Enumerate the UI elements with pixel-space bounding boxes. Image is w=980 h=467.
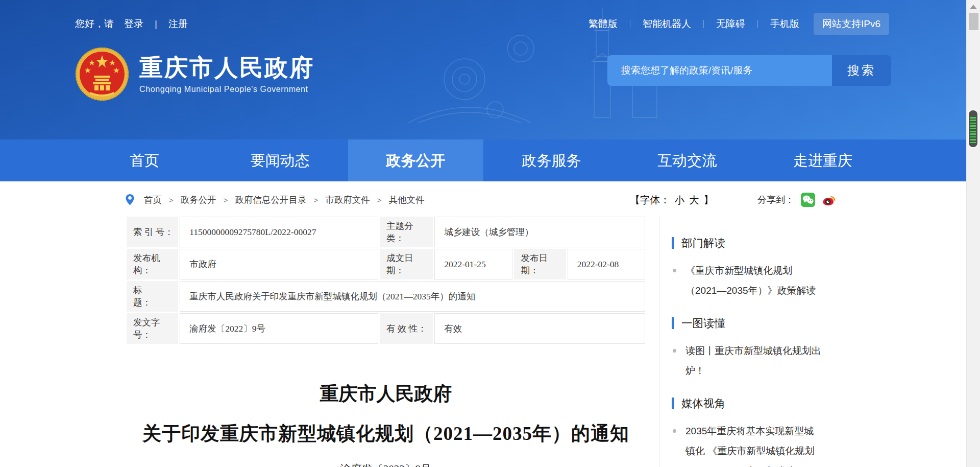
sidebar-item-line: （2021—2035年）》政策解读 bbox=[685, 281, 863, 300]
font-size-controls: 【字体： 小 大 】 bbox=[630, 193, 714, 207]
site-title-block: 重庆市人民政府 Chongqing Municipal People's Gov… bbox=[139, 54, 314, 95]
sidebar-section-title: 部门解读 bbox=[672, 236, 863, 250]
nav-item-home[interactable]: 首页 bbox=[77, 139, 212, 181]
sidebar-item-line: 读图丨重庆市新型城镇化规划出 bbox=[685, 341, 863, 361]
issuing-agency-value: 市政府 bbox=[180, 249, 378, 279]
crumb-home[interactable]: 首页 bbox=[144, 194, 162, 206]
sidebar-item-line: 镇化 《重庆市新型城镇化规划 bbox=[685, 441, 863, 461]
mobile-version-link[interactable]: 手机版 bbox=[770, 17, 799, 31]
accent-bar-icon bbox=[672, 237, 674, 249]
font-controls-suffix: 】 bbox=[704, 193, 714, 207]
issuing-agency-label: 发布机构： bbox=[127, 249, 178, 279]
breadcrumb: 首页 > 政务公开 > 政府信息公开目录 > 市政府文件 > 其他文件 bbox=[125, 194, 425, 206]
validity-value: 有效 bbox=[434, 313, 645, 344]
wechat-share-icon[interactable] bbox=[801, 193, 815, 207]
scrollbar-up-arrow-icon[interactable] bbox=[970, 5, 977, 9]
topbar-separator bbox=[703, 20, 704, 28]
meta-row: 标 题： 重庆市人民政府关于印发重庆市新型城镇化规划（2021—2035年）的通… bbox=[127, 281, 645, 312]
nav-item-news[interactable]: 要闻动态 bbox=[212, 139, 348, 181]
nav-item-gov-disclosure[interactable]: 政务公开 bbox=[348, 139, 484, 181]
page: 您好，请 登录 | 注册 繁體版 智能机器人 无障碍 手机版 网站支持IPv6 bbox=[0, 0, 980, 467]
topbar: 您好，请 登录 | 注册 繁體版 智能机器人 无障碍 手机版 网站支持IPv6 bbox=[0, 0, 980, 35]
national-emblem-icon bbox=[75, 47, 129, 101]
related-sidebar: 部门解读 《重庆市新型城镇化规划 （2021—2035年）》政策解读 一图读懂 … bbox=[659, 215, 863, 467]
nav-item-about-chongqing[interactable]: 走进重庆 bbox=[755, 139, 891, 181]
login-link[interactable]: 登录 bbox=[124, 17, 143, 31]
topbar-links: 繁體版 智能机器人 无障碍 手机版 网站支持IPv6 bbox=[589, 13, 889, 35]
index-number-value: 11500000009275780L/2022-00027 bbox=[180, 217, 378, 247]
sidebar-section-infographic: 一图读懂 读图丨重庆市新型城镇化规划出 炉！ bbox=[672, 316, 863, 381]
sidebar-item-line: （2021—2035年）》发布 bbox=[685, 461, 863, 467]
smart-robot-link[interactable]: 智能机器人 bbox=[643, 17, 691, 31]
date-published-label: 发布日期： bbox=[514, 249, 566, 279]
weibo-share-icon[interactable] bbox=[822, 193, 836, 207]
register-link[interactable]: 注册 bbox=[168, 17, 188, 31]
nav-item-gov-services[interactable]: 政务服务 bbox=[483, 139, 619, 181]
sidebar-section-title: 一图读懂 bbox=[672, 316, 863, 331]
site-brand-link[interactable]: 重庆市人民政府 Chongqing Municipal People's Gov… bbox=[75, 47, 314, 101]
meta-row: 索 引 号： 11500000009275780L/2022-00027 主题分… bbox=[127, 217, 645, 247]
accent-bar-icon bbox=[672, 398, 674, 409]
page-tools: 【字体： 小 大 】 分享到： bbox=[630, 193, 837, 207]
validity-label: 有 效 性： bbox=[380, 313, 433, 344]
breadcrumb-row: 首页 > 政务公开 > 政府信息公开目录 > 市政府文件 > 其他文件 【字体：… bbox=[0, 181, 980, 207]
accessibility-link[interactable]: 无障碍 bbox=[716, 17, 745, 31]
doc-title-value: 重庆市人民政府关于印发重庆市新型城镇化规划（2021—2035年）的通知 bbox=[180, 281, 645, 312]
traditional-chinese-link[interactable]: 繁體版 bbox=[589, 17, 618, 31]
crumb-municipal-docs[interactable]: 市政府文件 bbox=[325, 194, 370, 206]
date-published-value: 2022-02-08 bbox=[568, 249, 645, 279]
document-title-line2: 关于印发重庆市新型城镇化规划（2021—2035年）的通知 bbox=[125, 421, 647, 447]
font-larger-button[interactable]: 大 bbox=[689, 193, 699, 207]
site-title: 重庆市人民政府 bbox=[139, 54, 314, 81]
crumb-info-catalog[interactable]: 政府信息公开目录 bbox=[235, 194, 307, 206]
ipv6-support-badge[interactable]: 网站支持IPv6 bbox=[814, 13, 889, 35]
meta-row: 发文字号： 渝府发〔2022〕9号 有 效 性： 有效 bbox=[127, 313, 645, 344]
date-written-value: 2022-01-25 bbox=[434, 249, 512, 279]
sidebar-section-media-view: 媒体视角 2035年重庆将基本实现新型城 镇化 《重庆市新型城镇化规划 （202… bbox=[672, 396, 863, 467]
meta-row: 发布机构： 市政府 成文日期： 2022-01-25 发布日期： 2022-02… bbox=[127, 249, 645, 279]
share-label: 分享到： bbox=[757, 194, 794, 206]
sidebar-item-policy-interpretation[interactable]: 《重庆市新型城镇化规划 （2021—2035年）》政策解读 bbox=[672, 261, 863, 300]
date-written-label: 成文日期： bbox=[380, 249, 433, 279]
sidebar-section-dept-interpretation: 部门解读 《重庆市新型城镇化规划 （2021—2035年）》政策解读 bbox=[672, 236, 863, 300]
search-button[interactable]: 搜索 bbox=[832, 55, 891, 86]
document-reference-number: 渝府发〔2022〕9号 bbox=[125, 462, 647, 467]
sidebar-item-infographic[interactable]: 读图丨重庆市新型城镇化规划出 炉！ bbox=[672, 341, 863, 381]
content-area: 索 引 号： 11500000009275780L/2022-00027 主题分… bbox=[0, 207, 980, 467]
crumb-separator: > bbox=[314, 196, 318, 204]
search-input[interactable] bbox=[607, 55, 832, 86]
font-smaller-button[interactable]: 小 bbox=[675, 193, 685, 207]
sidebar-section-title-text: 媒体视角 bbox=[681, 396, 725, 411]
nav-item-interaction[interactable]: 互动交流 bbox=[619, 139, 755, 181]
crumb-other-docs[interactable]: 其他文件 bbox=[389, 194, 425, 206]
sidebar-item-line: 《重庆市新型城镇化规划 bbox=[685, 261, 863, 281]
scroll-progress-widget[interactable] bbox=[968, 109, 978, 148]
topic-category-label: 主题分类： bbox=[380, 217, 433, 247]
site-header: 您好，请 登录 | 注册 繁體版 智能机器人 无障碍 手机版 网站支持IPv6 bbox=[0, 0, 980, 139]
crumb-separator: > bbox=[224, 196, 228, 204]
sidebar-item-media-article[interactable]: 2035年重庆将基本实现新型城 镇化 《重庆市新型城镇化规划 （2021—203… bbox=[672, 421, 863, 467]
topic-category-value: 城乡建设（城乡管理） bbox=[434, 217, 645, 247]
scrollbar-track[interactable] bbox=[966, 0, 980, 467]
document-column: 索 引 号： 11500000009275780L/2022-00027 主题分… bbox=[125, 215, 647, 467]
crumb-gov-disclosure[interactable]: 政务公开 bbox=[181, 194, 216, 206]
login-register-divider: | bbox=[155, 18, 157, 30]
document-meta-table: 索 引 号： 11500000009275780L/2022-00027 主题分… bbox=[125, 215, 647, 345]
scrollbar-thumb[interactable] bbox=[969, 13, 978, 30]
doc-title-label: 标 题： bbox=[127, 281, 178, 312]
doc-number-label: 发文字号： bbox=[127, 313, 178, 344]
main-nav: 首页 要闻动态 政务公开 政务服务 互动交流 走进重庆 bbox=[0, 139, 980, 181]
sidebar-item-line: 炉！ bbox=[685, 361, 863, 381]
document-title-line1: 重庆市人民政府 bbox=[125, 381, 647, 407]
sidebar-section-title-text: 一图读懂 bbox=[681, 316, 725, 331]
doc-number-value: 渝府发〔2022〕9号 bbox=[180, 313, 378, 344]
sidebar-item-line: 2035年重庆将基本实现新型城 bbox=[685, 421, 863, 441]
topbar-login-area: 您好，请 登录 | 注册 bbox=[75, 17, 188, 31]
site-subtitle-english: Chongqing Municipal People's Government bbox=[139, 85, 314, 94]
scroll-widget-stripes-icon bbox=[970, 117, 976, 144]
site-search: 搜索 bbox=[607, 55, 891, 86]
crumb-separator: > bbox=[377, 196, 382, 204]
crumb-separator: > bbox=[169, 196, 174, 204]
topbar-separator bbox=[757, 20, 758, 28]
sidebar-section-title-text: 部门解读 bbox=[681, 236, 725, 250]
